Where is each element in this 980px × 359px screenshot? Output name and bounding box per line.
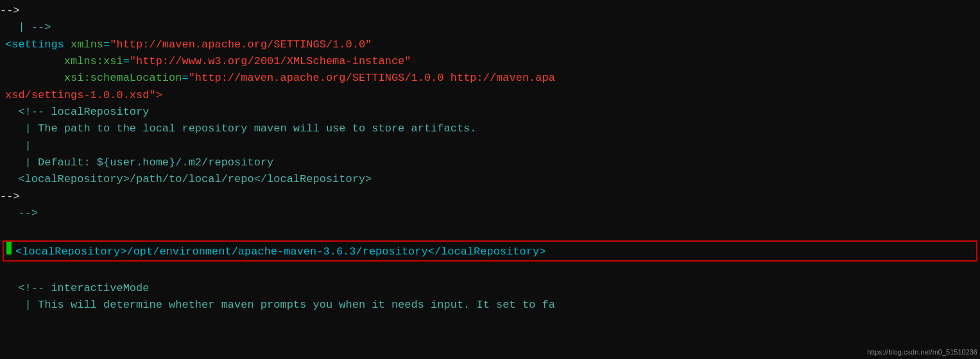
line-schema-location: xsi:schemaLocation="http://maven.apache.… (0, 70, 980, 87)
line-comment-default: | Default: ${user.home}/.m2/repository (0, 154, 980, 171)
line-comment-interactive: <!-- interactiveMode (0, 280, 980, 297)
line-blank2 (0, 263, 980, 280)
line-comment-path: | The path to the local repository maven… (0, 121, 980, 137)
line-blank (0, 222, 980, 238)
line-comment-local-repo: <!-- localRepository (0, 104, 980, 121)
line-comment-pipe: | (0, 138, 980, 154)
line-local-repo-highlighted: <localRepository>/opt/environment/apache… (3, 240, 977, 262)
line-comment-end: --> (0, 205, 980, 222)
line-comment-arrow: | --> (0, 19, 980, 36)
code-editor: --> | --> <settings xmlns="http://maven.… (0, 0, 980, 359)
green-indicator (6, 242, 12, 255)
line-settings-open: <settings xmlns="http://maven.apache.org… (0, 37, 980, 53)
line-xsd: xsd/settings-1.0.0.xsd"> (0, 87, 980, 104)
watermark: https://blog.csdn.net/m0_51510236 (867, 347, 977, 358)
line-xmlns-xsi: xmlns:xsi="http://www.w3.org/2001/XMLSch… (0, 53, 980, 70)
line-local-repo-tag: <localRepository>/path/to/local/repo</lo… (0, 171, 980, 188)
line-comment-interactive2: | This will determine whether maven prom… (0, 297, 980, 313)
